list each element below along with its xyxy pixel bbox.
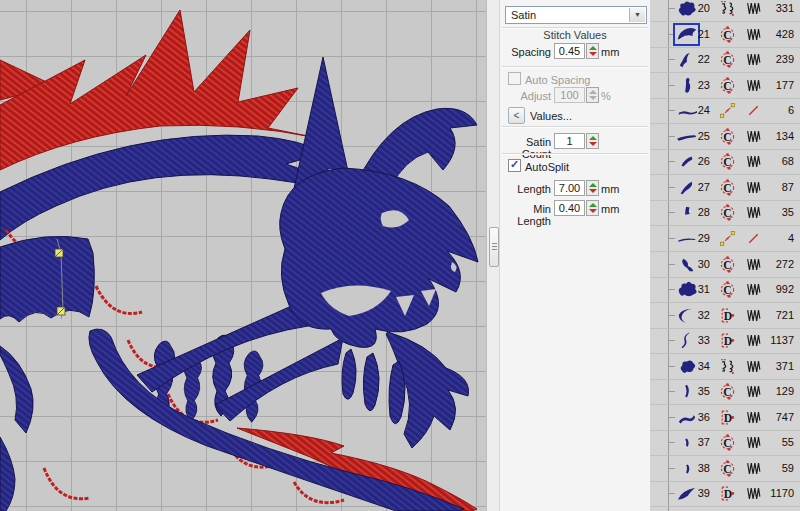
svg-text:C: C [723, 207, 731, 220]
object-row[interactable]: 37C55 [650, 430, 800, 456]
pair-object-type-icon [719, 358, 736, 375]
svg-text:D: D [724, 335, 732, 348]
satin-object-type-icon: C [719, 128, 736, 145]
spacing-input[interactable]: 0.45 [554, 43, 585, 59]
object-row[interactable]: 34371 [650, 354, 800, 380]
object-list[interactable]: 2033121C42822C23923C17724625C13426C6827C… [650, 0, 800, 511]
svg-text:C: C [723, 29, 731, 42]
row-number: 36 [684, 411, 710, 423]
row-number: 29 [684, 232, 710, 244]
dragon-wing-blade[interactable] [237, 428, 477, 511]
spacing-stepper[interactable] [586, 43, 599, 59]
object-row[interactable]: 35C129 [650, 379, 800, 405]
row-number: 30 [684, 258, 710, 270]
stitch-count: 4 [754, 232, 794, 244]
min-length-stepper[interactable] [586, 200, 599, 216]
row-number: 27 [684, 181, 710, 193]
dragon-bat-wing[interactable] [0, 236, 94, 322]
dragon-design[interactable] [0, 0, 486, 511]
satin-count-input[interactable]: 1 [554, 133, 585, 149]
object-row[interactable]: 246 [650, 98, 800, 124]
satin-count-stepper[interactable] [586, 133, 599, 149]
object-row[interactable]: 20331 [650, 0, 800, 22]
object-row[interactable]: 294 [650, 226, 800, 252]
row-number: 39 [684, 487, 710, 499]
object-row[interactable]: 32D721 [650, 303, 800, 329]
stitch-type-dropdown[interactable]: Satin ▼ [505, 6, 647, 24]
stitch-count: 272 [754, 258, 794, 270]
object-row[interactable]: 23C177 [650, 73, 800, 99]
object-row[interactable]: 26C68 [650, 149, 800, 175]
svg-text:C: C [723, 386, 731, 399]
row-number: 34 [684, 360, 710, 372]
chevron-down-icon[interactable]: ▼ [629, 8, 645, 22]
object-row[interactable]: 36D747 [650, 405, 800, 431]
autosplit-checkbox[interactable] [508, 159, 521, 172]
satin-object-type-icon: C [719, 460, 736, 477]
stitch-count: 87 [754, 181, 794, 193]
stitch-count: 59 [754, 462, 794, 474]
fill-object-type-icon: D [719, 307, 736, 324]
svg-text:C: C [723, 437, 731, 450]
stitch-count: 35 [754, 206, 794, 218]
dragon-neck[interactable] [0, 135, 326, 240]
stitch-count: 177 [754, 79, 794, 91]
run-object-type-icon [719, 102, 736, 119]
stitch-count: 428 [754, 28, 794, 40]
object-row[interactable]: 38C59 [650, 456, 800, 482]
object-row[interactable]: 27C87 [650, 175, 800, 201]
stitch-count: 134 [754, 130, 794, 142]
divider [502, 66, 648, 68]
satin-object-type-icon: C [719, 434, 736, 451]
stitch-count: 371 [754, 360, 794, 372]
satin-object-type-icon: C [719, 153, 736, 170]
svg-text:C: C [723, 131, 731, 144]
min-length-input[interactable]: 0.40 [554, 200, 585, 216]
stitch-count: 55 [754, 436, 794, 448]
svg-text:C: C [723, 182, 731, 195]
object-row[interactable]: 22C239 [650, 47, 800, 73]
satin-count-label: Satin Count [500, 136, 551, 160]
divider [502, 153, 648, 155]
length-input[interactable]: 7.00 [554, 180, 585, 196]
splitter-collapse-handle[interactable] [489, 227, 499, 267]
row-number: 24 [684, 104, 710, 116]
divider [502, 126, 648, 128]
object-row[interactable]: 21C428 [650, 22, 800, 48]
values-collapse-button[interactable]: < [508, 107, 525, 124]
svg-text:C: C [723, 80, 731, 93]
auto-spacing-checkbox[interactable] [508, 72, 521, 85]
svg-text:C: C [723, 54, 731, 67]
dragon-head[interactable] [280, 168, 478, 347]
row-number: 23 [684, 79, 710, 91]
values-label[interactable]: Values... [530, 110, 572, 122]
adjust-stepper[interactable] [586, 87, 599, 103]
stitch-count: 68 [754, 155, 794, 167]
dropdown-value: Satin [511, 9, 536, 21]
panel-splitter[interactable] [486, 0, 500, 511]
satin-object-type-icon: C [719, 383, 736, 400]
row-number: 37 [684, 436, 710, 448]
object-row[interactable]: 30C272 [650, 252, 800, 278]
object-row[interactable]: 28C35 [650, 200, 800, 226]
stitch-count: 1137 [754, 334, 794, 346]
min-length-unit: mm [601, 203, 619, 215]
object-row[interactable]: 39D1170 [650, 481, 800, 507]
spacing-label: Spacing [500, 46, 551, 58]
object-row[interactable]: 31C992 [650, 277, 800, 303]
object-row[interactable]: 25C134 [650, 124, 800, 150]
length-stepper[interactable] [586, 180, 599, 196]
row-number: 21 [684, 28, 710, 40]
satin-object-type-icon: C [719, 26, 736, 43]
fill-object-type-icon: D [719, 332, 736, 349]
adjust-label: Adjust [500, 90, 551, 102]
stitch-count: 1170 [754, 487, 794, 499]
svg-text:C: C [723, 259, 731, 272]
adjust-input[interactable]: 100 [554, 87, 585, 103]
svg-text:D: D [724, 310, 732, 323]
stitch-count: 992 [754, 283, 794, 295]
dragon-chin-wisps[interactable] [342, 349, 405, 424]
dragon-talons[interactable] [0, 346, 33, 511]
design-canvas[interactable] [0, 0, 486, 511]
object-row[interactable]: 33D1137 [650, 328, 800, 354]
